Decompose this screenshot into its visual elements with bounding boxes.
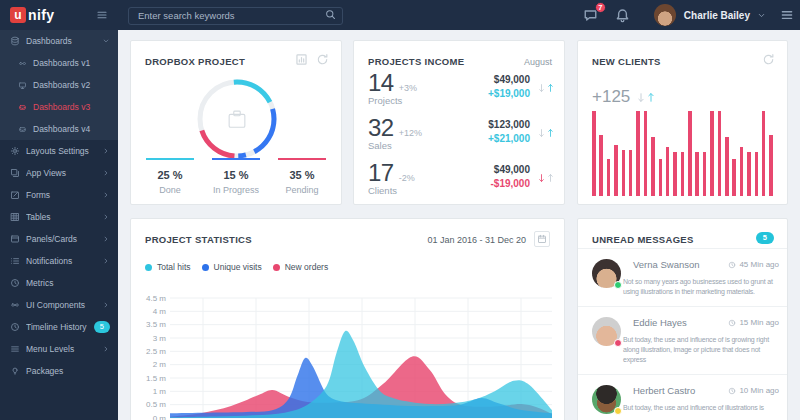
legend-dot [145,264,152,271]
bar [725,137,729,197]
message-time-text: 15 Min ago [739,318,779,327]
search-input[interactable] [128,7,343,25]
user-name[interactable]: Charlie Bailey [684,10,750,21]
message-time-text: 10 Min ago [739,386,779,395]
bar [703,152,707,196]
income-money: $49,000-$19,000 [491,164,530,189]
message-item[interactable]: Verna Swanson45 Min agoNot so many years… [578,249,787,306]
topbar-menu-icon[interactable] [780,8,794,22]
new-clients-delta: +125 [592,87,656,107]
bar [732,159,736,196]
card-title: PROJECT STATISTICS [145,234,252,245]
chevron-right-icon [102,301,110,309]
arrow-down-icon [537,81,546,95]
bar [747,152,751,196]
stat-color-line [212,158,260,160]
legend-item-total-hits[interactable]: Total hits [145,262,191,272]
sidebar-item-panels-cards[interactable]: Panels/Cards [0,228,118,250]
stat-percent: 35 % [273,169,331,181]
income-delta-pct: +3% [399,83,417,93]
chart-legend: Total hitsUnique visitsNew orders [145,262,339,272]
user-avatar[interactable] [654,4,676,26]
sidebar: u nify DashboardsDashboards v1Dashboards… [0,0,118,420]
sidebar-item-app-views[interactable]: App Views [0,162,118,184]
bar [666,147,670,196]
infinity-icon [10,300,20,310]
stat-percent: 25 % [141,169,199,181]
user-menu-chevron-icon[interactable] [757,11,766,20]
chevron-right-icon [102,235,110,243]
sidebar-item-label: Panels/Cards [26,234,102,244]
chart-mini-icon[interactable] [295,53,308,66]
sidebar-item-metrics[interactable]: Metrics [0,272,118,294]
income-amount: $49,000 [491,164,530,175]
income-trend-arrows [537,126,555,140]
arrow-up-icon [546,81,555,95]
tray-icon [18,125,27,134]
sidebar-item-notifications[interactable]: Notifications [0,250,118,272]
progress-stat-in-progress: 15 %In Progress [207,158,265,195]
logo-mark: u [10,7,26,23]
new-clients-bar-chart [592,111,773,196]
donut-chart [192,74,282,164]
refresh-icon[interactable] [316,53,329,66]
message-item[interactable]: Eddie Hayes15 Min agoBut today, the use … [578,306,787,374]
calendar-button[interactable] [534,231,550,247]
sidebar-item-label: Notifications [26,256,102,266]
search-icon[interactable] [325,9,336,20]
messages-header: UNREAD MESSAGES 5 [578,219,787,249]
bar [769,135,773,196]
sidebar-item-menu-levels[interactable]: Menu Levels [0,338,118,360]
sidebar-item-ui-components[interactable]: UI Components [0,294,118,316]
refresh-icon[interactable] [762,53,775,66]
sidebar-item-tables[interactable]: Tables [0,206,118,228]
message-item[interactable]: Herbert Castro10 Min agoBut today, the u… [578,374,787,420]
sidebar-item-dashboards-v1[interactable]: Dashboards v1 [0,52,118,74]
svg-text:4 m: 4 m [153,307,167,316]
legend-item-unique-visits[interactable]: Unique visits [202,262,262,272]
sidebar-item-timeline-history[interactable]: Timeline History5 [0,316,118,338]
clock-icon [728,387,736,395]
sidebar-item-label: Dashboards v4 [33,124,110,134]
bar [607,159,611,196]
card-title: PROJECTS INCOME [368,56,464,67]
progress-stat-pending: 35 %Pending [273,158,331,195]
bar [592,111,596,196]
income-amount: $49,000 [488,74,530,85]
income-count: 32 [368,114,394,141]
message-head: Herbert Castro10 Min ago [633,385,779,396]
messages-icon[interactable]: 7 [583,8,598,23]
chevron-right-icon [102,257,110,265]
message-time: 45 Min ago [728,260,779,269]
project-statistics-card: PROJECT STATISTICS 01 Jan 2016 - 31 Dec … [130,218,565,420]
chevron-right-icon [102,147,110,155]
card-title: NEW CLIENTS [592,56,661,67]
sidebar-item-dashboards[interactable]: Dashboards [0,30,118,52]
income-delta-pct: -2% [399,173,415,183]
income-rows: 14+3%Projects$49,000+$19,00032+12%Sales$… [368,69,555,204]
unread-count-badge: 5 [756,232,774,244]
message-text: But today, the use and influence of is g… [623,335,781,365]
sidebar-item-packages[interactable]: Packages [0,360,118,382]
messages-list: Verna Swanson45 Min agoNot so many years… [578,249,787,420]
date-range[interactable]: 01 Jan 2016 - 31 Dec 20 [427,235,526,245]
notifications-bell-icon[interactable] [615,8,630,23]
briefcase-icon [225,107,249,131]
sidebar-item-forms[interactable]: Forms [0,184,118,206]
sidebar-item-layouts-settings[interactable]: Layouts Settings [0,140,118,162]
stat-color-line [278,158,326,160]
clock-icon [10,278,20,288]
arrow-up-icon [546,171,555,185]
message-time-text: 45 Min ago [739,260,779,269]
sidebar-toggle-icon[interactable] [96,9,108,21]
stat-label: Done [141,185,199,195]
status-dot [614,281,622,289]
legend-item-new-orders[interactable]: New orders [273,262,328,272]
arrow-up-icon [546,126,555,140]
sidebar-item-dashboards-v3[interactable]: Dashboards v3 [0,96,118,118]
sidebar-item-dashboards-v2[interactable]: Dashboards v2 [0,74,118,96]
sidebar-item-dashboards-v4[interactable]: Dashboards v4 [0,118,118,140]
bar [695,152,699,196]
sidebar-item-label: Dashboards v3 [33,102,110,112]
chevron-right-icon [102,191,110,199]
